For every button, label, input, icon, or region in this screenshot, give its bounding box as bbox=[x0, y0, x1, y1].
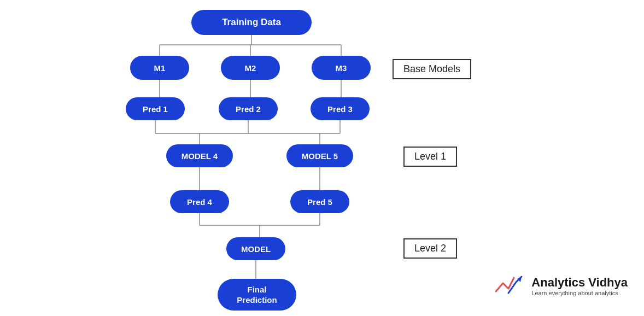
pred2-node: Pred 2 bbox=[219, 97, 278, 120]
pred5-node: Pred 5 bbox=[290, 190, 349, 213]
logo-title: Analytics Vidhya bbox=[531, 276, 628, 290]
final-prediction-label: Final Prediction bbox=[237, 284, 277, 306]
base-models-label: Base Models bbox=[393, 59, 471, 79]
m1-node: M1 bbox=[130, 56, 189, 80]
model-node: MODEL bbox=[226, 237, 285, 260]
level2-label: Level 2 bbox=[403, 238, 457, 259]
training-data-node: Training Data bbox=[191, 10, 312, 35]
model5-node: MODEL 5 bbox=[286, 144, 353, 167]
pred3-node: Pred 3 bbox=[311, 97, 370, 120]
model4-node: MODEL 4 bbox=[166, 144, 233, 167]
logo-icon bbox=[493, 272, 526, 300]
logo-text-area: Analytics Vidhya Learn everything about … bbox=[531, 276, 628, 296]
final-prediction-node: Final Prediction bbox=[218, 279, 296, 311]
m2-node: M2 bbox=[221, 56, 280, 80]
level1-label: Level 1 bbox=[403, 147, 457, 167]
diagram-container: Training Data M1 M2 M3 Pred 1 Pred 2 Pre… bbox=[0, 0, 644, 316]
pred4-node: Pred 4 bbox=[170, 190, 229, 213]
pred1-node: Pred 1 bbox=[126, 97, 185, 120]
analytics-vidhya-logo: Analytics Vidhya Learn everything about … bbox=[493, 272, 628, 300]
logo-subtitle: Learn everything about analytics bbox=[531, 290, 628, 296]
m3-node: M3 bbox=[312, 56, 371, 80]
